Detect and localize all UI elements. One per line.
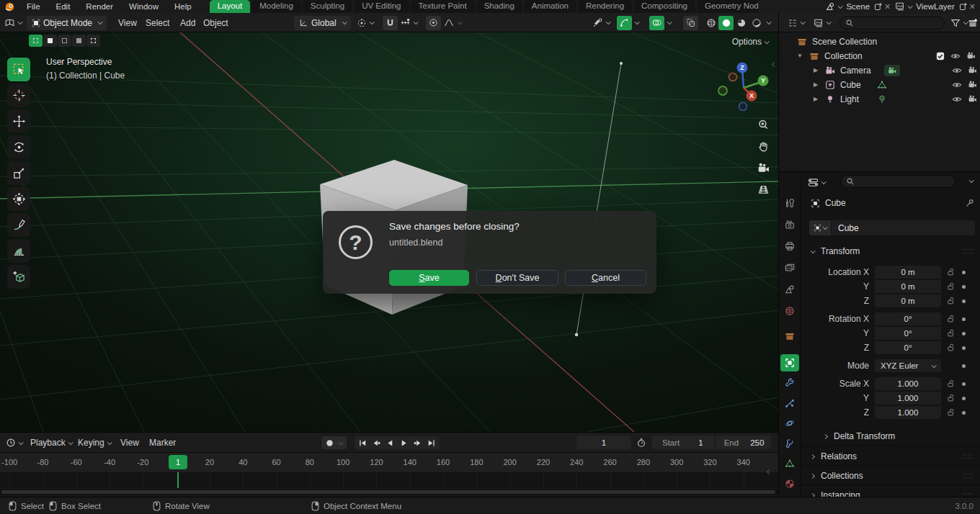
cursor-tool[interactable] (7, 84, 30, 107)
select-mode-extend[interactable] (43, 35, 57, 47)
outliner-display-mode-dropdown[interactable] (814, 13, 830, 32)
tab-scene[interactable] (780, 281, 799, 298)
pin-icon[interactable] (965, 198, 975, 208)
gizmo-neg-z-ball[interactable] (739, 103, 747, 111)
overlays-toggle-group[interactable] (649, 13, 671, 32)
start-value[interactable]: 1 (698, 438, 703, 447)
timeline-tracks[interactable] (0, 472, 778, 488)
unlink-scene-icon[interactable]: ✕ (884, 2, 891, 12)
current-frame-field[interactable]: 1 (576, 436, 631, 449)
object-name-field[interactable]: Cube (832, 220, 975, 235)
menu-add[interactable]: Add (177, 13, 198, 32)
3d-viewport[interactable]: Options User Perspective (1) Collection … (0, 32, 778, 432)
properties-search[interactable] (840, 175, 956, 188)
add-cube-tool[interactable] (7, 265, 30, 289)
new-viewlayer-icon[interactable] (959, 2, 968, 11)
menu-render[interactable]: Render (78, 0, 121, 13)
tab-object-data[interactable] (780, 455, 799, 472)
tab-view-layer[interactable] (780, 259, 799, 276)
expand-icon[interactable]: ▼ (796, 53, 803, 59)
cancel-button[interactable]: Cancel (565, 270, 646, 286)
menu-playback[interactable]: Playback (27, 433, 75, 453)
new-scene-icon[interactable] (874, 2, 883, 11)
location-y-field[interactable]: 0 m (875, 280, 941, 293)
expand-icon[interactable]: ▶ (812, 67, 819, 73)
lock-icon[interactable] (946, 267, 956, 276)
select-box-tool[interactable] (7, 58, 30, 81)
outliner-row-light[interactable]: ▶ Light (779, 92, 980, 106)
animate-decorator[interactable] (962, 332, 966, 335)
menu-select[interactable]: Select (143, 13, 172, 32)
scale-x-field[interactable]: 1.000 (875, 377, 941, 390)
workspace-tab[interactable]: Modeling (251, 0, 301, 13)
zoom-icon[interactable] (755, 117, 771, 132)
object-id-dropdown[interactable] (809, 220, 831, 235)
editor-type-timeline[interactable] (6, 433, 22, 453)
disable-render-icon[interactable] (968, 80, 977, 89)
shading-material-toggle[interactable] (734, 16, 749, 30)
outliner-filter-funnel[interactable] (950, 13, 967, 32)
shading-rendered-toggle[interactable] (749, 16, 764, 30)
rotation-mode-dropdown[interactable]: XYZ Euler (875, 359, 941, 372)
disable-render-icon[interactable] (966, 51, 976, 60)
rotation-x-field[interactable]: 0° (875, 312, 941, 325)
lock-icon[interactable] (946, 328, 956, 338)
tab-object[interactable] (780, 354, 799, 371)
tab-constraints[interactable] (780, 435, 799, 452)
disable-render-icon[interactable] (968, 94, 977, 104)
transform-tool[interactable] (7, 187, 30, 211)
lock-icon[interactable] (946, 296, 956, 305)
location-x-field[interactable]: 0 m (875, 266, 941, 279)
pivot-point-dropdown[interactable] (357, 13, 373, 32)
next-keyframe-button[interactable] (411, 436, 424, 449)
viewlayer-selector[interactable]: ViewLayer ✕ (895, 1, 980, 12)
hide-eye-icon[interactable] (952, 66, 962, 76)
scene-selector[interactable]: Scene ✕ (825, 1, 895, 12)
animate-decorator[interactable] (962, 271, 966, 274)
menu-keying[interactable]: Keying (75, 433, 114, 453)
panel-drag-handle[interactable]: :::: (963, 452, 974, 460)
workspace-tab[interactable]: Compositing (633, 0, 695, 13)
workspace-tab[interactable]: Layout (210, 0, 251, 13)
tab-collection-props[interactable] (780, 328, 799, 345)
menu-timeline-view[interactable]: View (117, 433, 142, 453)
shading-solid-toggle[interactable] (718, 16, 734, 30)
end-value[interactable]: 250 (750, 438, 764, 447)
lock-icon[interactable] (946, 314, 956, 323)
workspace-tab[interactable]: Texture Paint (411, 0, 475, 13)
proportional-edit-controls[interactable] (426, 13, 461, 32)
workspace-tab[interactable]: Sculpting (303, 0, 352, 13)
lock-icon[interactable] (946, 379, 956, 388)
tab-world[interactable] (780, 302, 799, 320)
dont-save-button[interactable]: Don't Save (476, 270, 558, 286)
jump-to-start-button[interactable] (356, 436, 370, 449)
menu-help[interactable]: Help (166, 0, 200, 13)
workspace-tab[interactable]: UV Editing (354, 0, 409, 13)
outliner-row-cube[interactable]: ▶ Cube (779, 78, 980, 91)
rotation-z-field[interactable]: 0° (875, 341, 941, 354)
options-dropdown[interactable]: Options (732, 37, 768, 47)
animate-decorator[interactable] (962, 364, 966, 368)
xray-toggle[interactable] (683, 13, 698, 32)
animate-decorator[interactable] (962, 346, 966, 350)
rotation-y-field[interactable]: 0° (875, 327, 941, 340)
current-frame-marker[interactable]: 1 (169, 455, 187, 469)
scene-name[interactable]: Scene (846, 2, 870, 11)
workspace-tab[interactable]: Rendering (578, 0, 632, 13)
tab-render[interactable] (780, 216, 799, 233)
play-reverse-button[interactable] (383, 436, 397, 449)
show-overlays-toggle[interactable] (649, 16, 664, 30)
playhead-line[interactable] (177, 472, 179, 488)
lock-icon[interactable] (946, 407, 956, 417)
transform-panel-header[interactable]: Transform (811, 244, 860, 258)
object-type-visibility-dropdown[interactable] (592, 13, 610, 32)
select-mode-invert[interactable] (72, 35, 86, 47)
gizmo-z-ball[interactable]: Z (737, 63, 748, 73)
hide-eye-icon[interactable] (952, 94, 962, 104)
play-button[interactable] (397, 436, 411, 449)
menu-file[interactable]: File (19, 0, 48, 13)
annotate-tool[interactable] (7, 213, 30, 237)
pan-hand-icon[interactable] (755, 139, 771, 153)
animate-decorator[interactable] (962, 285, 966, 289)
tab-output[interactable] (780, 238, 799, 255)
